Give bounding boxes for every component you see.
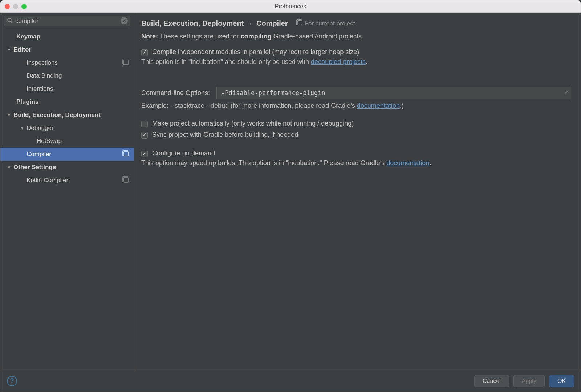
search-input[interactable] [4, 16, 130, 26]
note-prefix: Note: [141, 33, 158, 40]
search-wrap: ✕ [0, 13, 134, 29]
sidebar-item-label: Data Binding [27, 72, 62, 79]
preferences-window: Preferences ✕ Keymap ▼Editor Inspections… [0, 0, 581, 392]
scope-indicator-icon [123, 177, 129, 184]
option-parallel-group: Compile independent modules in parallel … [141, 48, 571, 75]
dialog-footer: ? Cancel Apply OK [0, 370, 581, 392]
configure-on-demand-label: Configure on demand [152, 150, 215, 157]
breadcrumb-current: Compiler [256, 19, 288, 28]
window-title: Preferences [0, 3, 581, 10]
cancel-label: Cancel [483, 378, 501, 384]
sidebar-item-debugger[interactable]: ▼Debugger [0, 122, 134, 135]
note-part-a: These settings are used for [160, 33, 239, 40]
sidebar-item-label: Intentions [27, 85, 53, 93]
compile-parallel-checkbox[interactable] [141, 49, 148, 56]
option-cod-group: Configure on demand This option may spee… [141, 150, 571, 176]
expand-field-icon[interactable]: ⤢ [565, 89, 569, 95]
example-text-a: Example: --stacktrace --debug (for more … [141, 102, 355, 109]
apply-label: Apply [522, 378, 536, 384]
note-text: Note: These settings are used for compil… [141, 33, 571, 40]
chevron-right-icon: › [249, 19, 251, 28]
option-sync-row: Sync project with Gradle before building… [141, 131, 571, 139]
sidebar-item-label: Compiler [27, 151, 51, 158]
gradle-cod-docs-link[interactable]: documentation [386, 159, 429, 167]
clear-search-button[interactable]: ✕ [121, 17, 128, 24]
main-panel: Build, Execution, Deployment › Compiler … [134, 13, 581, 370]
sidebar-item-keymap[interactable]: Keymap [0, 30, 134, 43]
configure-on-demand-checkbox[interactable] [141, 151, 148, 157]
cod-hint-a: This option may speed up builds. This op… [141, 159, 385, 167]
sidebar-item-kotlin-compiler[interactable]: Kotlin Compiler [0, 174, 134, 187]
cod-hint-b: . [429, 159, 431, 167]
compile-parallel-hint: This option is in "incubation" and shoul… [141, 58, 571, 66]
scope-indicator-icon [123, 60, 129, 66]
option-cod-row: Configure on demand [141, 150, 571, 157]
scope-text: For current project [305, 20, 355, 27]
sidebar-item-label: Plugins [16, 98, 38, 106]
expand-arrow-icon: ▼ [7, 47, 13, 52]
note-bold: compiling [241, 33, 272, 40]
window-body: ✕ Keymap ▼Editor Inspections Data Bindin… [0, 13, 581, 370]
sidebar-item-hotswap[interactable]: HotSwap [0, 135, 134, 148]
make-auto-checkbox[interactable] [141, 121, 148, 127]
cmdline-input[interactable] [216, 87, 571, 99]
expand-arrow-icon: ▼ [7, 113, 13, 118]
apply-button[interactable]: Apply [513, 375, 545, 387]
scope-label: For current project [297, 20, 355, 27]
sidebar-item-other-settings[interactable]: ▼Other Settings [0, 161, 134, 174]
option-parallel-row: Compile independent modules in parallel … [141, 48, 571, 56]
expand-arrow-icon: ▼ [20, 126, 27, 131]
note-part-b: Gradle-based Android projects. [273, 33, 363, 40]
sidebar-item-label: Keymap [16, 33, 40, 40]
help-button[interactable]: ? [7, 376, 17, 386]
ok-button[interactable]: OK [549, 375, 574, 387]
scope-icon [297, 20, 302, 27]
example-text-b: .) [400, 102, 404, 109]
compile-parallel-label: Compile independent modules in parallel … [152, 48, 359, 56]
sync-gradle-checkbox[interactable] [141, 132, 148, 139]
svg-point-0 [8, 18, 11, 22]
breadcrumb: Build, Execution, Deployment › Compiler … [141, 19, 571, 28]
cmdline-label: Command-line Options: [141, 89, 210, 97]
sidebar-item-plugins[interactable]: Plugins [0, 95, 134, 109]
configure-on-demand-hint: This option may speed up builds. This op… [141, 159, 571, 167]
option-build-group: Make project automatically (only works w… [141, 120, 571, 139]
sidebar-item-build-execution-deployment[interactable]: ▼Build, Execution, Deployment [0, 109, 134, 122]
settings-tree: Keymap ▼Editor Inspections Data Binding … [0, 29, 134, 370]
sidebar-item-compiler[interactable]: Compiler [0, 148, 134, 161]
sidebar-item-label: HotSwap [37, 138, 62, 145]
expand-arrow-icon: ▼ [7, 165, 13, 170]
option-auto-row: Make project automatically (only works w… [141, 120, 571, 127]
sidebar: ✕ Keymap ▼Editor Inspections Data Bindin… [0, 13, 134, 370]
sync-gradle-label: Sync project with Gradle before building… [152, 131, 298, 139]
sidebar-item-label: Other Settings [13, 164, 56, 171]
svg-line-1 [11, 21, 12, 23]
scope-indicator-icon [123, 151, 129, 158]
decoupled-projects-link[interactable]: decoupled projects [311, 58, 366, 65]
cmdline-field: ⤢ [216, 87, 571, 99]
breadcrumb-parent: Build, Execution, Deployment [141, 19, 244, 28]
cmdline-row: Command-line Options: ⤢ [141, 87, 571, 99]
cancel-button[interactable]: Cancel [474, 375, 509, 387]
hint-text-b: . [366, 58, 367, 65]
sidebar-item-label: Inspections [27, 59, 58, 66]
sidebar-item-label: Build, Execution, Deployment [13, 111, 101, 119]
hint-text-a: This option is in "incubation" and shoul… [141, 58, 309, 65]
sidebar-item-label: Editor [13, 46, 31, 53]
search-icon [7, 17, 13, 25]
sidebar-item-label: Kotlin Compiler [27, 177, 68, 184]
sidebar-item-data-binding[interactable]: Data Binding [0, 69, 134, 82]
gradle-docs-link[interactable]: documentation [357, 102, 400, 109]
make-auto-label: Make project automatically (only works w… [152, 120, 354, 127]
sidebar-item-intentions[interactable]: Intentions [0, 82, 134, 95]
sidebar-item-label: Debugger [27, 124, 54, 132]
titlebar: Preferences [0, 0, 581, 13]
sidebar-item-inspections[interactable]: Inspections [0, 56, 134, 69]
search-field: ✕ [4, 16, 130, 26]
cmdline-example: Example: --stacktrace --debug (for more … [141, 102, 571, 110]
sidebar-item-editor[interactable]: ▼Editor [0, 43, 134, 56]
ok-label: OK [557, 378, 566, 384]
